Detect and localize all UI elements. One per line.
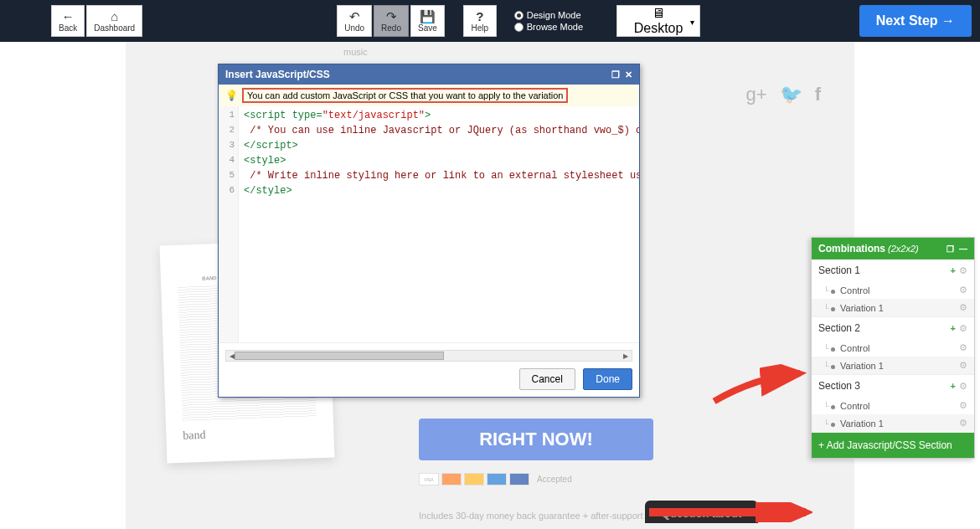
maximize-icon[interactable]: ❐ [611, 69, 620, 80]
undo-icon: ↶ [349, 10, 360, 23]
cancel-button[interactable]: Cancel [519, 368, 575, 390]
mc-card-icon [441, 473, 462, 485]
combo-section: Section 1+ ⚙└Control⚙└Variation 1⚙ [812, 259, 974, 317]
gplus-icon[interactable]: g+ [746, 84, 767, 105]
visa-card-icon: VISA [419, 473, 439, 485]
social-icons: g+ 🐦 f [746, 84, 821, 105]
horizontal-scrollbar[interactable]: ◀ ▶ [225, 350, 632, 362]
section-header[interactable]: Section 3+ ⚙ [812, 375, 974, 397]
lightbulb-icon: 💡 [225, 90, 238, 101]
tree-item[interactable]: └Control⚙ [812, 281, 974, 299]
redo-icon: ↷ [386, 10, 397, 23]
device-label: Desktop [634, 21, 683, 36]
variation-name: Variation 1 [840, 361, 884, 371]
variation-settings-icon[interactable]: ⚙ [959, 342, 967, 353]
variation-settings-icon[interactable]: ⚙ [959, 418, 967, 429]
tree-item[interactable]: └Variation 1⚙ [812, 299, 974, 316]
panel-minimize-icon[interactable]: — [959, 244, 967, 254]
back-arrow-icon: ← [62, 10, 75, 23]
done-button[interactable]: Done [583, 368, 632, 390]
save-icon: 💾 [420, 10, 436, 23]
combinations-title: Combinations [818, 243, 885, 254]
undo-label: Undo [344, 23, 364, 33]
tree-item[interactable]: └Control⚙ [812, 339, 974, 357]
add-variation-icon[interactable]: + [951, 323, 956, 334]
section-settings-icon[interactable]: ⚙ [959, 323, 967, 334]
scroll-right-icon[interactable]: ▶ [620, 351, 632, 361]
radio-icon [514, 23, 524, 32]
tree-item[interactable]: └Variation 1⚙ [812, 414, 974, 432]
section-header[interactable]: Section 2+ ⚙ [812, 317, 974, 339]
device-dropdown[interactable]: 🖥 Desktop ▾ [616, 5, 700, 37]
redo-label: Redo [381, 23, 401, 33]
tree-line-icon: └ [823, 286, 829, 295]
tree-dot-icon [831, 347, 835, 352]
section-name: Section 3 [818, 380, 860, 392]
code-body[interactable]: <script type="text/javascript"> /* You c… [239, 106, 639, 342]
redo-button[interactable]: ↷ Redo [374, 5, 409, 37]
tree-line-icon: └ [823, 419, 829, 429]
top-toolbar: ← Back ⌂ Dashboard ↶ Undo ↷ Redo 💾 Save … [0, 0, 980, 42]
payment-cards: VISA Accepted [419, 473, 572, 485]
add-variation-icon[interactable]: + [951, 381, 956, 392]
caret-down-icon: ▾ [690, 18, 694, 27]
section-settings-icon[interactable]: ⚙ [959, 265, 967, 276]
paypal-card-icon [509, 473, 529, 485]
tree-item[interactable]: └Control⚙ [812, 397, 974, 414]
line-gutter: 123456 [219, 106, 239, 342]
undo-button[interactable]: ↶ Undo [337, 5, 372, 37]
browse-mode-label: Browse Mode [527, 22, 583, 32]
tip-bar: 💡 You can add custom JavaScript or CSS t… [219, 85, 639, 106]
combinations-header[interactable]: Combinations(2x2x2) ❐ — [812, 238, 974, 259]
variation-name: Variation 1 [840, 303, 884, 313]
code-editor[interactable]: 123456 <script type="text/javascript"> /… [219, 106, 639, 342]
variation-settings-icon[interactable]: ⚙ [959, 400, 967, 411]
tree-line-icon: └ [823, 344, 829, 353]
annotation-arrow-2 [645, 502, 812, 522]
tree-line-icon: └ [823, 402, 829, 411]
design-mode-label: Design Mode [527, 10, 581, 20]
mode-radio-group: Design Mode Browse Mode [514, 10, 583, 32]
tree-item[interactable]: └Variation 1⚙ [812, 357, 974, 374]
dashboard-button[interactable]: ⌂ Dashboard [86, 5, 142, 37]
tree-dot-icon [831, 290, 835, 294]
tree-dot-icon [831, 423, 835, 427]
next-step-button[interactable]: Next Step → [859, 5, 972, 37]
add-variation-icon[interactable]: + [951, 265, 956, 276]
variation-name: Variation 1 [840, 419, 884, 429]
save-button[interactable]: 💾 Save [410, 5, 445, 37]
variation-name: Control [840, 285, 869, 295]
add-js-css-section-button[interactable]: + Add Javascript/CSS Section [812, 433, 974, 458]
browse-mode-radio[interactable]: Browse Mode [514, 22, 583, 32]
home-icon: ⌂ [111, 10, 118, 23]
tip-text: You can add custom JavaScript or CSS tha… [242, 88, 568, 103]
tree-dot-icon [831, 365, 835, 369]
help-button[interactable]: ? Help [463, 5, 497, 37]
variation-settings-icon[interactable]: ⚙ [959, 360, 967, 371]
variation-settings-icon[interactable]: ⚙ [959, 285, 967, 295]
twitter-icon[interactable]: 🐦 [780, 84, 802, 105]
help-label: Help [471, 23, 488, 33]
close-icon[interactable]: ✕ [625, 69, 632, 80]
variation-settings-icon[interactable]: ⚙ [959, 302, 967, 313]
guarantee-text: Includes 30-day money back guarantee + a… [419, 511, 643, 521]
combinations-panel: Combinations(2x2x2) ❐ — Section 1+ ⚙└Con… [811, 237, 975, 459]
design-mode-radio[interactable]: Design Mode [514, 10, 583, 20]
cta-button[interactable]: RIGHT NOW! [419, 419, 653, 460]
dashboard-label: Dashboard [94, 23, 135, 33]
scrollbar-thumb[interactable] [235, 352, 444, 360]
facebook-icon[interactable]: f [815, 84, 821, 105]
amex-card-icon [487, 473, 507, 485]
back-label: Back [59, 23, 77, 33]
tree-line-icon: └ [823, 304, 829, 313]
section-name: Section 1 [818, 264, 860, 276]
dialog-title: Insert JavaScript/CSS [225, 69, 330, 80]
back-button[interactable]: ← Back [51, 5, 85, 37]
combo-section: Section 2+ ⚙└Control⚙└Variation 1⚙ [812, 317, 974, 375]
variation-name: Control [840, 401, 869, 411]
section-settings-icon[interactable]: ⚙ [959, 381, 967, 392]
section-header[interactable]: Section 1+ ⚙ [812, 259, 974, 281]
disc-card-icon [464, 473, 484, 485]
dialog-header[interactable]: Insert JavaScript/CSS ❐ ✕ [219, 64, 639, 85]
panel-popout-icon[interactable]: ❐ [946, 244, 954, 254]
